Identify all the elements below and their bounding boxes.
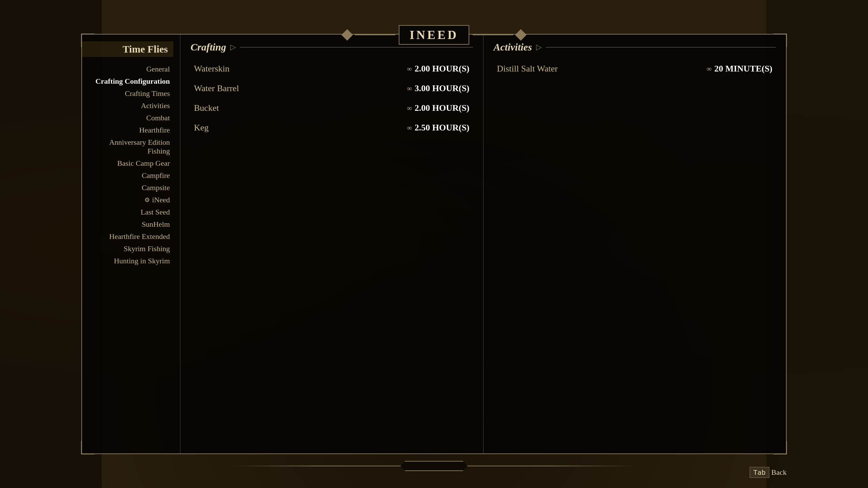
activities-panel: Activities ▷ Distill Salt Water ∞ 20 MIN…: [484, 35, 786, 453]
craft-item-bucket[interactable]: Bucket ∞ 2.00 HOUR(S): [191, 99, 473, 117]
corner-decoration-br: [773, 441, 787, 454]
title-line-right: [473, 35, 513, 35]
back-label: Back: [771, 468, 787, 477]
content-area: Crafting ▷ Waterskin ∞ 2.00 HOUR(S) Wate…: [180, 35, 786, 453]
title-line-left: [355, 35, 395, 35]
menu-inner: Time Flies General Crafting Configuratio…: [82, 35, 786, 453]
time-icon-waterskin: ∞: [407, 65, 412, 73]
activities-panel-icon: ▷: [536, 43, 542, 52]
menu-container: INEED Time Flies General Crafting Config…: [81, 34, 787, 454]
title-bar: INEED: [343, 25, 525, 45]
sidebar-item-hearthfire[interactable]: Hearthfire: [82, 124, 173, 136]
corner-decoration-tl: [81, 34, 95, 47]
window-title: INEED: [399, 25, 469, 45]
crafting-panel-icon: ▷: [230, 43, 236, 52]
sidebar-item-hunting-in-skyrim[interactable]: Hunting in Skyrim: [82, 255, 173, 267]
activity-time-distill-salt-water: ∞ 20 MINUTE(S): [707, 64, 772, 74]
nav-bar-line-left: [231, 466, 400, 466]
sidebar-item-general[interactable]: General: [82, 63, 173, 75]
sidebar-item-basic-camp-gear[interactable]: Basic Camp Gear: [82, 157, 173, 169]
back-button[interactable]: Tab Back: [750, 467, 787, 478]
sidebar-item-sunhelm[interactable]: SunHelm: [82, 218, 173, 230]
craft-name-bucket: Bucket: [194, 103, 219, 113]
nav-bar-line-right: [468, 466, 637, 466]
sidebar-item-crafting-times[interactable]: Crafting Times: [82, 87, 173, 100]
crafting-header-line: [240, 47, 473, 47]
craft-item-keg[interactable]: Keg ∞ 2.50 HOUR(S): [191, 119, 473, 137]
corner-decoration-bl: [81, 441, 95, 454]
sidebar-item-crafting-configuration[interactable]: Crafting Configuration: [82, 75, 173, 87]
craft-item-water-barrel[interactable]: Water Barrel ∞ 3.00 HOUR(S): [191, 79, 473, 98]
time-icon-water-barrel: ∞: [407, 85, 412, 93]
title-diamond-right: [515, 29, 527, 41]
time-icon-bucket: ∞: [407, 104, 412, 112]
gear-icon: ⚙: [144, 196, 150, 204]
activities-header-line: [546, 47, 776, 47]
crafting-panel: Crafting ▷ Waterskin ∞ 2.00 HOUR(S) Wate…: [180, 35, 484, 453]
crafting-panel-title: Crafting: [191, 41, 226, 53]
craft-time-waterskin: ∞ 2.00 HOUR(S): [407, 64, 469, 74]
craft-name-keg: Keg: [194, 123, 209, 133]
craft-time-bucket: ∞ 2.00 HOUR(S): [407, 103, 469, 113]
activity-item-distill-salt-water[interactable]: Distill Salt Water ∞ 20 MINUTE(S): [494, 60, 776, 78]
sidebar-item-combat[interactable]: Combat: [82, 112, 173, 124]
time-icon-distill: ∞: [707, 65, 712, 73]
nav-bar-center: [400, 461, 468, 471]
sidebar-item-activities[interactable]: Activities: [82, 100, 173, 112]
title-diamond-left: [341, 29, 353, 41]
activities-panel-header: Activities ▷: [494, 41, 776, 53]
sidebar-item-skyrim-fishing[interactable]: Skyrim Fishing: [82, 243, 173, 255]
sidebar-item-campsite[interactable]: Campsite: [82, 182, 173, 194]
craft-name-water-barrel: Water Barrel: [194, 83, 239, 94]
sidebar-item-ineed[interactable]: ⚙ iNeed: [82, 194, 173, 206]
corner-decoration-tr: [773, 34, 787, 47]
sidebar-item-anniversary-edition-fishing[interactable]: Anniversary Edition Fishing: [82, 136, 173, 157]
time-icon-keg: ∞: [407, 124, 412, 132]
sidebar: Time Flies General Crafting Configuratio…: [82, 35, 180, 453]
craft-time-keg: ∞ 2.50 HOUR(S): [407, 123, 469, 133]
tab-key-badge: Tab: [750, 467, 769, 478]
sidebar-header: Time Flies: [82, 41, 173, 57]
craft-time-water-barrel: ∞ 3.00 HOUR(S): [407, 83, 469, 94]
craft-item-waterskin[interactable]: Waterskin ∞ 2.00 HOUR(S): [191, 60, 473, 78]
sidebar-item-hearthfire-extended[interactable]: Hearthfire Extended: [82, 230, 173, 243]
craft-name-waterskin: Waterskin: [194, 64, 230, 74]
activity-name-distill-salt-water: Distill Salt Water: [497, 64, 558, 74]
sidebar-item-campfire[interactable]: Campfire: [82, 169, 173, 182]
nav-bar: [231, 461, 637, 471]
sidebar-item-last-seed[interactable]: Last Seed: [82, 206, 173, 218]
